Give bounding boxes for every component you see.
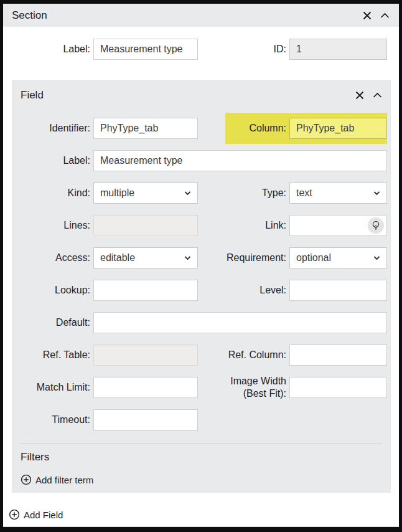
image-width-label-line2: (Best Fit): bbox=[243, 388, 286, 399]
kind-label: Kind: bbox=[12, 183, 90, 204]
field-header: Field bbox=[12, 80, 391, 102]
link-label: Link: bbox=[201, 215, 286, 236]
lookup-input[interactable] bbox=[93, 280, 198, 301]
ref-column-input[interactable] bbox=[289, 344, 387, 366]
level-label: Level: bbox=[201, 280, 286, 301]
filters-divider bbox=[21, 443, 382, 444]
add-filter-term-button[interactable]: Add filter term bbox=[21, 474, 93, 485]
ref-table-label: Ref. Table: bbox=[12, 344, 90, 366]
section-label-label: Label: bbox=[12, 39, 90, 60]
ref-table-column-row: Ref. Table: Ref. Column: bbox=[12, 344, 387, 366]
timeout-label: Timeout: bbox=[12, 409, 90, 430]
column-input[interactable] bbox=[289, 118, 387, 139]
access-select[interactable]: editable bbox=[93, 247, 198, 268]
requirement-select[interactable]: optional bbox=[289, 247, 387, 268]
kind-select[interactable]: multiple bbox=[93, 183, 198, 204]
field-title: Field bbox=[21, 89, 44, 102]
image-width-label-line1: Image Width bbox=[230, 376, 286, 386]
chevron-down-icon bbox=[373, 255, 380, 260]
collapse-up-icon[interactable] bbox=[372, 90, 383, 100]
lines-label: Lines: bbox=[12, 215, 90, 236]
lines-input bbox=[93, 215, 198, 236]
section-id-label: ID: bbox=[201, 39, 286, 60]
add-field-button[interactable]: Add Field bbox=[9, 509, 63, 520]
add-field-label: Add Field bbox=[24, 510, 63, 520]
section-title: Section bbox=[12, 9, 47, 22]
type-select-value: text bbox=[296, 188, 312, 199]
close-icon[interactable] bbox=[362, 10, 372, 21]
chevron-down-icon bbox=[373, 191, 380, 196]
field-label-row: Label: bbox=[12, 150, 387, 171]
access-label: Access: bbox=[12, 247, 90, 268]
circle-plus-icon bbox=[21, 474, 32, 485]
lightbulb-icon[interactable] bbox=[368, 217, 384, 234]
field-label-input[interactable] bbox=[93, 150, 387, 171]
field-panel: Field Identifier: Column: bbox=[12, 80, 391, 493]
access-select-value: editable bbox=[100, 252, 135, 264]
close-icon[interactable] bbox=[354, 90, 365, 100]
default-row: Default: bbox=[12, 312, 387, 333]
filters-title: Filters bbox=[21, 451, 382, 463]
match-limit-label: Match Limit: bbox=[12, 377, 90, 398]
section-header: Section bbox=[3, 4, 399, 27]
image-width-input[interactable] bbox=[289, 377, 387, 398]
match-limit-image-width-row: Match Limit: Image Width (Best Fit): bbox=[12, 377, 387, 398]
ref-column-label: Ref. Column: bbox=[201, 344, 286, 366]
circle-plus-icon bbox=[9, 509, 20, 520]
identifier-label: Identifier: bbox=[12, 118, 90, 139]
identifier-column-row: Identifier: Column: bbox=[12, 118, 387, 139]
collapse-up-icon[interactable] bbox=[380, 10, 390, 21]
level-input[interactable] bbox=[289, 280, 387, 301]
identifier-input[interactable] bbox=[93, 118, 198, 139]
field-label-label: Label: bbox=[12, 150, 90, 171]
chevron-down-icon bbox=[184, 191, 191, 196]
match-limit-input[interactable] bbox=[93, 377, 198, 398]
default-label: Default: bbox=[12, 312, 90, 333]
requirement-select-value: optional bbox=[296, 252, 331, 264]
section-label-input[interactable] bbox=[93, 39, 198, 60]
lines-link-row: Lines: Link: bbox=[12, 215, 387, 236]
type-label: Type: bbox=[201, 183, 286, 204]
image-width-label: Image Width (Best Fit): bbox=[201, 377, 286, 398]
kind-type-row: Kind: multiple Type: text bbox=[12, 183, 387, 204]
default-input[interactable] bbox=[93, 312, 387, 333]
add-filter-term-label: Add filter term bbox=[35, 475, 93, 485]
lookup-label: Lookup: bbox=[12, 280, 90, 301]
access-requirement-row: Access: editable Requirement: optional bbox=[12, 247, 387, 268]
section-id-input bbox=[289, 39, 387, 60]
type-select[interactable]: text bbox=[289, 183, 387, 204]
column-label: Column: bbox=[201, 118, 286, 139]
chevron-down-icon bbox=[184, 255, 191, 260]
section-label-id-row: Label: ID: bbox=[12, 39, 391, 60]
kind-select-value: multiple bbox=[100, 188, 134, 199]
ref-table-input bbox=[93, 344, 198, 366]
lookup-level-row: Lookup: Level: bbox=[12, 280, 387, 301]
section-editor-window: Section Label: ID: Field bbox=[0, 0, 402, 532]
timeout-input[interactable] bbox=[93, 409, 198, 430]
timeout-row: Timeout: bbox=[12, 409, 387, 430]
requirement-label: Requirement: bbox=[201, 247, 286, 268]
